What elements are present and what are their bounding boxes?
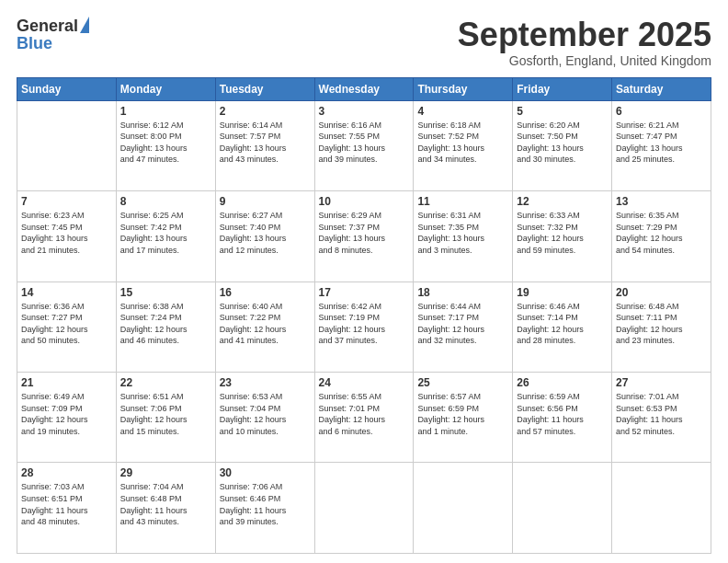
day-info-line: and 34 minutes. [417,155,476,164]
day-info-line: Sunset: 7:57 PM [220,132,281,141]
day-info-line: Sunset: 7:42 PM [120,223,182,232]
day-info-line: Sunrise: 6:33 AM [517,211,580,220]
table-row [414,463,513,554]
day-info: Sunrise: 6:55 AMSunset: 7:01 PMDaylight:… [319,391,410,437]
day-info: Sunrise: 6:16 AMSunset: 7:55 PMDaylight:… [319,120,410,166]
day-info-line: Sunset: 7:50 PM [517,132,578,141]
day-info-line: Sunrise: 6:38 AM [120,302,184,311]
day-info-line: Daylight: 12 hours [220,415,287,424]
table-row: 26Sunrise: 6:59 AMSunset: 6:56 PMDayligh… [513,373,612,463]
col-sunday: Sunday [17,77,117,100]
day-info-line: and 23 minutes. [616,336,675,345]
day-info-line: Sunset: 7:22 PM [220,313,281,322]
table-row: 22Sunrise: 6:51 AMSunset: 7:06 PMDayligh… [116,373,215,463]
day-info-line: Sunrise: 6:25 AM [120,211,184,220]
col-thursday: Thursday [414,77,513,100]
day-info-line: Sunset: 8:00 PM [120,132,182,141]
day-info-line: and 54 minutes. [616,246,675,255]
day-info-line: and 32 minutes. [417,336,476,345]
day-number: 15 [120,286,211,299]
day-info: Sunrise: 6:29 AMSunset: 7:37 PMDaylight:… [319,210,410,256]
day-info: Sunrise: 6:36 AMSunset: 7:27 PMDaylight:… [21,301,112,347]
location: Gosforth, England, United Kingdom [458,53,711,68]
day-info-line: Sunrise: 6:40 AM [220,302,283,311]
table-row: 7Sunrise: 6:23 AMSunset: 7:45 PMDaylight… [17,191,117,282]
day-info-line: and 12 minutes. [220,246,279,255]
day-info: Sunrise: 7:01 AMSunset: 6:53 PMDaylight:… [616,391,707,437]
day-info-line: Sunset: 7:04 PM [220,404,281,413]
day-info-line: and 43 minutes. [120,517,179,526]
table-row [17,100,117,190]
day-info-line: Sunrise: 6:36 AM [21,302,85,311]
table-row: 12Sunrise: 6:33 AMSunset: 7:32 PMDayligh… [513,191,612,282]
day-info: Sunrise: 6:33 AMSunset: 7:32 PMDaylight:… [517,210,608,256]
day-info-line: Daylight: 13 hours [120,234,188,243]
day-info-line: Sunset: 7:29 PM [616,223,677,232]
day-info-line: and 46 minutes. [120,336,179,345]
table-row: 5Sunrise: 6:20 AMSunset: 7:50 PMDaylight… [513,100,612,190]
logo-general-text: General [17,17,78,36]
day-info-line: Sunset: 7:19 PM [319,313,381,322]
day-info-line: Sunset: 7:52 PM [417,132,479,141]
calendar-week-row: 21Sunrise: 6:49 AMSunset: 7:09 PMDayligh… [17,373,711,463]
day-number: 19 [517,286,608,299]
table-row: 25Sunrise: 6:57 AMSunset: 6:59 PMDayligh… [414,373,513,463]
day-info-line: Sunrise: 7:01 AM [616,392,679,401]
day-info-line: and 50 minutes. [21,336,80,345]
logo: General Blue [17,17,89,53]
day-info-line: and 21 minutes. [21,246,80,255]
day-info-line: Sunset: 7:55 PM [319,132,381,141]
day-number: 24 [319,376,410,389]
day-info-line: Sunrise: 6:57 AM [417,392,481,401]
day-info-line: and 1 minute. [417,427,468,436]
day-info: Sunrise: 7:04 AMSunset: 6:48 PMDaylight:… [120,481,211,527]
day-info-line: Sunrise: 6:53 AM [220,392,283,401]
table-row: 10Sunrise: 6:29 AMSunset: 7:37 PMDayligh… [314,191,414,282]
table-row: 18Sunrise: 6:44 AMSunset: 7:17 PMDayligh… [414,282,513,372]
table-row: 20Sunrise: 6:48 AMSunset: 7:11 PMDayligh… [612,282,711,372]
table-row [513,463,612,554]
table-row: 17Sunrise: 6:42 AMSunset: 7:19 PMDayligh… [314,282,414,372]
day-number: 4 [417,105,508,118]
day-info-line: Sunrise: 6:23 AM [21,211,85,220]
day-info-line: Daylight: 12 hours [120,325,188,334]
day-info-line: Sunrise: 6:59 AM [517,392,580,401]
day-info-line: Sunrise: 7:03 AM [21,482,85,491]
table-row: 13Sunrise: 6:35 AMSunset: 7:29 PMDayligh… [612,191,711,282]
table-row: 1Sunrise: 6:12 AMSunset: 8:00 PMDaylight… [116,100,215,190]
logo-arrow-icon [80,17,89,33]
day-info-line: Sunset: 7:45 PM [21,223,83,232]
day-info: Sunrise: 6:38 AMSunset: 7:24 PMDaylight:… [120,301,211,347]
day-info: Sunrise: 6:49 AMSunset: 7:09 PMDaylight:… [21,391,112,437]
col-monday: Monday [116,77,215,100]
day-info: Sunrise: 6:42 AMSunset: 7:19 PMDaylight:… [319,301,410,347]
day-info-line: and 43 minutes. [220,155,279,164]
day-info-line: Daylight: 11 hours [616,415,683,424]
day-info-line: Daylight: 11 hours [220,506,287,515]
day-info-line: and 39 minutes. [319,155,378,164]
weekday-header-row: Sunday Monday Tuesday Wednesday Thursday… [17,77,711,100]
day-info-line: Sunset: 7:06 PM [120,404,182,413]
day-info-line: and 59 minutes. [517,246,575,255]
day-number: 23 [220,376,311,389]
day-number: 8 [120,195,211,208]
day-info-line: Sunset: 7:24 PM [120,313,182,322]
day-info-line: Sunset: 7:37 PM [319,223,381,232]
table-row: 4Sunrise: 6:18 AMSunset: 7:52 PMDaylight… [414,100,513,190]
calendar-table: Sunday Monday Tuesday Wednesday Thursday… [17,77,711,554]
day-number: 5 [517,105,608,118]
table-row: 8Sunrise: 6:25 AMSunset: 7:42 PMDaylight… [116,191,215,282]
day-number: 12 [517,195,608,208]
day-info-line: Sunset: 7:01 PM [319,404,381,413]
day-info-line: Daylight: 12 hours [319,415,386,424]
table-row: 3Sunrise: 6:16 AMSunset: 7:55 PMDaylight… [314,100,414,190]
day-info-line: and 17 minutes. [120,246,179,255]
day-info-line: Daylight: 12 hours [21,415,88,424]
day-info: Sunrise: 6:35 AMSunset: 7:29 PMDaylight:… [616,210,707,256]
day-number: 25 [417,376,508,389]
day-info-line: and 41 minutes. [220,336,279,345]
month-title: September 2025 [458,17,711,53]
day-info: Sunrise: 6:46 AMSunset: 7:14 PMDaylight:… [517,301,608,347]
day-info-line: Daylight: 12 hours [517,234,584,243]
day-info-line: Sunset: 7:32 PM [517,223,578,232]
